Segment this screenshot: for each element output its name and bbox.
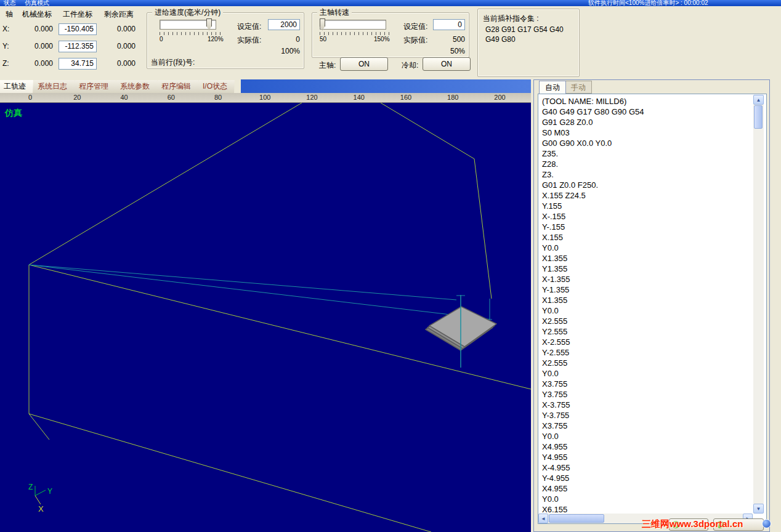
gcode-line[interactable]: X4.955 xyxy=(542,483,765,494)
scroll-up-icon[interactable]: ▲ xyxy=(753,95,764,105)
axis-triad: Z Y X xyxy=(28,483,52,514)
gcode-line[interactable]: X-2.555 xyxy=(542,337,765,347)
feed-slider-ticks xyxy=(160,32,222,35)
gcode-line[interactable]: Y-.155 xyxy=(542,222,765,232)
tab-auto[interactable]: 自动 xyxy=(539,81,566,94)
gcode-line[interactable]: Z3. xyxy=(542,169,765,180)
gcode-line[interactable]: Y1.355 xyxy=(542,264,765,274)
tab-io-status[interactable]: I/O状态 xyxy=(193,80,235,93)
machine-coord-value: 0.000 xyxy=(17,59,57,68)
scroll-left-icon[interactable]: ◄ xyxy=(538,514,548,523)
gcode-line[interactable]: Y0.0 xyxy=(542,368,765,379)
gcode-line[interactable]: Y0.0 xyxy=(542,243,765,253)
spindle-on-button[interactable]: ON xyxy=(340,57,388,71)
scroll-down-icon[interactable]: ▼ xyxy=(753,504,764,514)
spindle-actual-value: 500 xyxy=(433,35,465,44)
gcode-line[interactable]: Y-1.355 xyxy=(542,284,765,295)
gcode-line[interactable]: X2.555 xyxy=(542,316,765,326)
machine-coord-value: 0.000 xyxy=(17,25,57,33)
gcode-line[interactable]: Y0.0 xyxy=(542,494,765,504)
work-coord-value: -150.405 xyxy=(59,23,97,35)
tab-program-edit[interactable]: 程序编辑 xyxy=(152,80,198,93)
feed-slider-max: 120% xyxy=(208,36,224,42)
gcode-line[interactable]: Y0.0 xyxy=(542,431,765,441)
remaining-value: 0.000 xyxy=(99,59,139,68)
ruler-label: 100 xyxy=(259,94,270,101)
ruler-label: 60 xyxy=(168,94,175,101)
horizontal-scroll-thumb[interactable] xyxy=(549,514,604,523)
vertical-scrollbar[interactable]: ▲ ▼ xyxy=(753,95,764,514)
gcode-line[interactable]: X-1.355 xyxy=(542,274,765,284)
active-gcodes-title: 当前插补指令集 : xyxy=(483,14,539,24)
spindle-set-label: 设定值: xyxy=(403,22,427,32)
coolant-on-button[interactable]: ON xyxy=(423,57,471,71)
axis-x-label: X xyxy=(38,504,44,514)
tab-machining-trajectory[interactable]: 工轨迹 xyxy=(0,80,33,93)
machine-coord-value: 0.000 xyxy=(17,42,57,50)
globe-icon xyxy=(762,519,771,528)
gcode-line[interactable]: Y-2.555 xyxy=(542,347,765,358)
titlebar-exec-time: 软件执行时间<100%进给倍率时> : 00:00:02 xyxy=(588,0,708,6)
active-gcodes-panel: 当前插补指令集 : G28 G91 G17 G54 G40 G49 G80 xyxy=(477,9,580,77)
gcode-line[interactable]: X2.555 xyxy=(542,358,765,368)
axis-label: Y: xyxy=(1,42,17,50)
viewport-canvas: Z Y X xyxy=(0,103,531,532)
gcode-line[interactable]: X-4.955 xyxy=(542,462,765,473)
gcode-list[interactable]: (TOOL NAME: MILLD6)G40 G49 G17 G80 G90 G… xyxy=(538,94,767,524)
gcode-line[interactable]: X4.955 xyxy=(542,441,765,452)
gcode-line[interactable]: G91 G28 Z0.0 xyxy=(542,117,765,127)
gcode-line[interactable]: Y0.0 xyxy=(542,305,765,316)
vertical-scroll-thumb[interactable] xyxy=(754,105,763,129)
current-line-label: 当前行(段)号: xyxy=(151,57,195,68)
gcode-line[interactable]: X-.155 xyxy=(542,211,765,222)
remaining-value: 0.000 xyxy=(99,42,139,50)
ruler-label: 40 xyxy=(120,94,127,101)
titlebar-status: 状态 xyxy=(4,0,16,6)
feed-override-percent: 100% xyxy=(268,47,300,55)
gcode-line[interactable]: X1.355 xyxy=(542,295,765,305)
feed-slider-min: 0 xyxy=(160,36,163,42)
feed-rate-title: 进给速度(毫米/分钟) xyxy=(152,8,223,17)
axis-y-label: Y xyxy=(47,487,52,496)
gcode-line[interactable]: Z35. xyxy=(542,148,765,159)
gcode-line[interactable]: G01 Z0.0 F250. xyxy=(542,180,765,190)
gcode-line[interactable]: X1.355 xyxy=(542,253,765,264)
viewport-3d[interactable]: 仿真 xyxy=(0,103,531,532)
gcode-line[interactable]: X.155 xyxy=(542,232,765,243)
gcode-line[interactable]: Z28. xyxy=(542,159,765,169)
simulation-mode-label: 仿真 xyxy=(5,108,22,119)
tab-system-parameters[interactable]: 系统参数 xyxy=(110,80,157,93)
gcode-line[interactable]: X3.755 xyxy=(542,421,765,431)
gcode-line[interactable]: Y.155 xyxy=(542,201,765,211)
gcode-line[interactable]: X.155 Z24.5 xyxy=(542,190,765,201)
gcode-line[interactable]: Y-4.955 xyxy=(542,473,765,483)
spindle-actual-label: 实际值: xyxy=(403,35,427,46)
main-tab-strip: 工轨迹 系统日志 程序管理 系统参数 程序编辑 I/O状态 xyxy=(0,79,531,93)
spindle-slider-max: 150% xyxy=(374,36,390,42)
spindle-set-value[interactable]: 0 xyxy=(433,19,465,30)
header-axis: 轴 xyxy=(1,9,17,20)
gcode-line[interactable]: X3.755 xyxy=(542,379,765,389)
axis-z-label: Z xyxy=(28,483,33,491)
gcode-line[interactable]: Y3.755 xyxy=(542,389,765,400)
coordinate-row-z: Z: 0.000 34.715 0.000 xyxy=(1,55,140,72)
feed-set-value[interactable]: 2000 xyxy=(268,19,300,30)
ruler-label: 180 xyxy=(447,94,458,101)
gcode-line[interactable]: S0 M03 xyxy=(542,127,765,138)
spindle-override-slider[interactable] xyxy=(320,20,386,30)
gcode-line[interactable]: X-3.755 xyxy=(542,400,765,410)
watermark-text: 三维网www.3dportal.cn xyxy=(642,518,743,530)
gcode-line[interactable]: G40 G49 G17 G80 G90 G54 xyxy=(542,107,765,117)
gcode-line[interactable]: (TOOL NAME: MILLD6) xyxy=(542,96,765,107)
tab-manual[interactable]: 手动 xyxy=(565,81,592,94)
gcode-line[interactable]: Y2.555 xyxy=(542,326,765,337)
spindle-onoff-label: 主轴: xyxy=(319,60,336,71)
tab-system-log[interactable]: 系统日志 xyxy=(28,80,75,93)
spindle-slider-ticks xyxy=(320,32,390,35)
gcode-line[interactable]: Y4.955 xyxy=(542,452,765,462)
header-remaining: 剩余距离 xyxy=(99,9,139,20)
gcode-line[interactable]: Y-3.755 xyxy=(542,410,765,421)
tab-program-management[interactable]: 程序管理 xyxy=(69,80,116,93)
remaining-value: 0.000 xyxy=(99,25,139,33)
gcode-line[interactable]: G00 G90 X0.0 Y0.0 xyxy=(542,138,765,148)
